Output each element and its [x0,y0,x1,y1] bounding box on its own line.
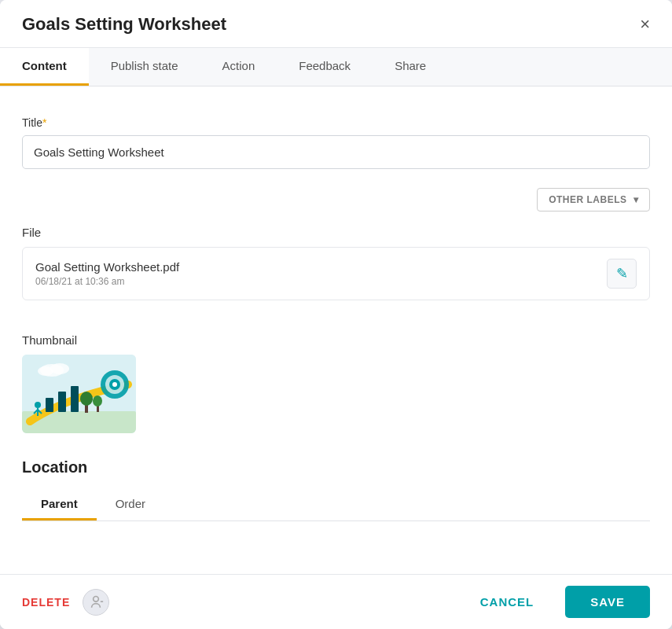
file-row: Goal Setting Worksheet.pdf 06/18/21 at 1… [22,247,650,300]
svg-point-9 [35,402,41,408]
file-info: Goal Setting Worksheet.pdf 06/18/21 at 1… [35,260,179,287]
edit-file-button[interactable]: ✎ [607,259,637,289]
svg-rect-7 [58,392,66,412]
edit-icon: ✎ [616,265,628,282]
sub-tab-order[interactable]: Order [97,489,164,520]
dialog: Goals Setting Worksheet × Content Publis… [0,0,672,629]
svg-point-16 [93,395,102,406]
location-section: Location Parent Order [22,458,650,521]
chevron-down-icon: ▾ [633,194,639,205]
sub-tab-bar: Parent Order [22,489,650,521]
svg-point-18 [50,363,69,374]
sub-tab-parent[interactable]: Parent [22,489,97,520]
svg-point-19 [38,366,53,376]
svg-point-20 [94,596,99,601]
close-button[interactable]: × [640,16,650,46]
svg-rect-6 [46,398,53,412]
dialog-body: Title* OTHER LABELS ▾ File Goal Setting … [0,86,672,574]
tab-content[interactable]: Content [0,48,89,86]
save-button[interactable]: SAVE [565,586,650,618]
dialog-footer: DELETE CANCEL SAVE [0,574,672,629]
title-label: Title* [22,116,650,129]
svg-point-5 [112,382,117,387]
dialog-header: Goals Setting Worksheet × [0,0,672,48]
file-section-label: File [22,226,650,239]
tab-bar: Content Publish state Action Feedback Sh… [0,48,672,86]
user-icon-button[interactable] [83,589,109,616]
footer-left: DELETE [22,589,109,616]
thumbnail-svg [22,355,136,433]
tab-action[interactable]: Action [200,48,277,86]
other-labels-button[interactable]: OTHER LABELS ▾ [537,188,650,212]
tab-share[interactable]: Share [373,48,448,86]
dialog-title: Goals Setting Worksheet [22,14,226,47]
thumbnail-label: Thumbnail [22,333,650,347]
footer-right: CANCEL SAVE [461,586,650,618]
delete-button[interactable]: DELETE [22,596,70,609]
person-icon [88,594,104,610]
location-title: Location [22,458,650,476]
tab-publish-state[interactable]: Publish state [89,48,200,86]
svg-point-14 [80,392,93,406]
file-date: 06/18/21 at 10:36 am [35,276,179,287]
file-name: Goal Setting Worksheet.pdf [35,260,179,274]
title-input[interactable] [22,135,650,169]
thumbnail-image [22,355,136,433]
tab-feedback[interactable]: Feedback [277,48,373,86]
cancel-button[interactable]: CANCEL [461,586,553,618]
svg-rect-8 [71,386,79,412]
